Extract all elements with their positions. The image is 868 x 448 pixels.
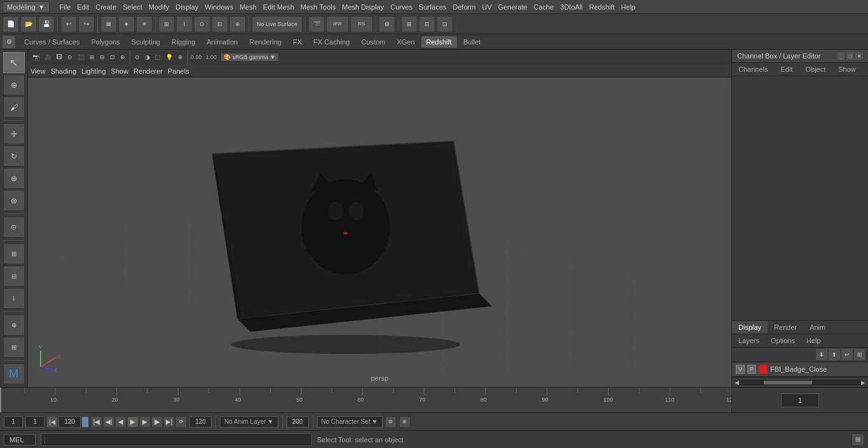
select-tool-btn[interactable]: ↖ — [3, 52, 25, 73]
window-layout-2-btn[interactable]: ⊟ — [419, 16, 435, 32]
scrollbar-track[interactable] — [739, 380, 861, 385]
menu-item-edit[interactable]: Edit — [74, 2, 92, 12]
snap-grid-btn[interactable]: ⊞ — [158, 16, 175, 32]
vp-smooth-btn[interactable]: ⊟ — [98, 53, 107, 61]
scroll-right-btn[interactable]: ▶ — [861, 379, 865, 386]
vp-isolate-btn[interactable]: ⊙ — [65, 53, 74, 61]
vp-camera2-btn[interactable]: 🎥 — [43, 53, 53, 61]
snap-view-plane-btn[interactable]: ⊟ — [212, 16, 228, 32]
maya-logo-btn[interactable]: M — [3, 363, 25, 384]
menu-item-mesh-tools[interactable]: Mesh Tools — [298, 2, 338, 12]
tab-render[interactable]: Render — [768, 321, 803, 334]
tab-bullet[interactable]: Bullet — [458, 36, 486, 48]
vp-camera-btn[interactable]: 📷 — [31, 53, 41, 61]
menu-item-display[interactable]: Display — [173, 2, 201, 12]
rotate-tool-btn[interactable]: ↻ — [3, 146, 25, 166]
tab-show-ch[interactable]: Show — [832, 63, 862, 76]
tab-polygons[interactable]: Polygons — [86, 36, 125, 48]
layer-color-swatch[interactable] — [759, 365, 768, 374]
grid-display-btn[interactable]: ⊟ — [3, 266, 25, 287]
show-manipulator-btn[interactable]: ⊛ — [379, 16, 395, 32]
menu-item-modify[interactable]: Modify — [146, 2, 172, 12]
viewport[interactable]: 📷 🎥 🎞 ⊙ ⬛ ⊞ ⊟ ⊡ ⊛ ⊙ ◑ ⬚ 💡 ⊕ — [28, 50, 731, 387]
universal-manip-btn[interactable]: ⊛ — [3, 190, 25, 211]
subtab-options[interactable]: Options — [766, 336, 800, 346]
lasso-select-btn[interactable]: ⊕ — [136, 16, 153, 32]
vp-shaded-btn[interactable]: ◑ — [143, 53, 152, 61]
panel-close-btn[interactable]: ✕ — [855, 52, 863, 60]
anim-settings-btn[interactable]: ⊕ — [399, 416, 410, 428]
menu-item-generate[interactable]: Generate — [496, 2, 530, 12]
layer-icon-3[interactable]: ↩ — [841, 349, 853, 360]
vpm-show[interactable]: Show — [111, 67, 129, 75]
scale-tool-btn[interactable]: ⊕ — [3, 168, 25, 189]
vp-light-btn[interactable]: 💡 — [164, 53, 175, 61]
tab-display[interactable]: Display — [732, 321, 768, 334]
playback-settings-btn[interactable]: ⚙ — [385, 416, 397, 428]
vp-show-all-btn[interactable]: ⊛ — [118, 53, 127, 61]
range-slider-handle[interactable] — [82, 417, 88, 427]
new-scene-btn[interactable]: 📄 — [3, 16, 19, 32]
vp-texture-btn[interactable]: ⬚ — [153, 53, 163, 61]
layer-playback-check[interactable]: P — [747, 365, 756, 374]
anim-layer-btn[interactable]: No Anim Layer ▼ — [220, 416, 278, 428]
layer-visibility-check[interactable]: V — [736, 365, 745, 374]
window-layout-3-btn[interactable]: ⊡ — [437, 16, 453, 32]
scrollbar-thumb[interactable] — [764, 381, 812, 384]
menu-item-uv[interactable]: UV — [480, 2, 494, 12]
go-to-start-btn[interactable]: |◀ — [91, 416, 102, 428]
next-frame-btn[interactable]: ▶ — [139, 416, 151, 428]
panel-minimize-btn[interactable]: _ — [837, 52, 845, 60]
tab-redshift[interactable]: Redshift — [421, 36, 457, 48]
subtab-help[interactable]: Help — [801, 336, 826, 346]
menu-item-mesh-display[interactable]: Mesh Display — [339, 2, 386, 12]
snap-btn-2[interactable]: ⊕ — [3, 315, 25, 336]
window-layout-btn[interactable]: ⊞ — [401, 16, 417, 32]
vp-sphere-btn[interactable]: ⊙ — [133, 53, 142, 61]
undo-btn[interactable]: ↩ — [60, 16, 77, 32]
command-line[interactable]: | — [41, 433, 312, 446]
menu-item-create[interactable]: Create — [93, 2, 119, 12]
tab-anim[interactable]: Anim — [803, 321, 832, 334]
snap-curve-btn[interactable]: ⌇ — [176, 16, 193, 32]
go-to-end-btn[interactable]: ▶| — [163, 416, 175, 428]
layer-icon-2[interactable]: ⬆ — [829, 349, 840, 360]
tab-animation[interactable]: Animation — [201, 36, 243, 48]
tab-custom[interactable]: Custom — [356, 36, 391, 48]
menu-item-mesh[interactable]: Mesh — [237, 2, 259, 12]
display-mode-btn[interactable]: ⊞ — [3, 243, 25, 264]
frame-start-input[interactable] — [4, 416, 23, 428]
workspace-settings-btn[interactable]: ⚙ — [3, 36, 15, 48]
tab-curves-surfaces[interactable]: Curves / Surfaces — [19, 36, 85, 48]
prev-key-btn[interactable]: ◀| — [103, 416, 114, 428]
menu-item-deform[interactable]: Deform — [451, 2, 478, 12]
vp-grid-btn[interactable]: ⊡ — [108, 53, 117, 61]
timeline-ruler[interactable] — [0, 388, 731, 412]
paint-select-btn[interactable]: 🖌 — [3, 97, 25, 118]
layer-icon-1[interactable]: ⬇ — [816, 349, 827, 360]
scroll-left-btn[interactable]: ◀ — [735, 379, 739, 386]
menu-item-windows[interactable]: Windows — [202, 2, 236, 12]
menu-item-select[interactable]: Select — [120, 2, 145, 12]
vp-wireframe-btn[interactable]: ⊞ — [88, 53, 97, 61]
vpm-view[interactable]: View — [31, 67, 46, 75]
vpm-renderer[interactable]: Renderer — [133, 67, 163, 75]
loop-btn[interactable]: ⟳ — [175, 416, 187, 428]
frame-current-input[interactable] — [25, 416, 44, 428]
menu-item-curves[interactable]: Curves — [388, 2, 415, 12]
redshift-ipr-btn[interactable]: RS — [350, 16, 373, 32]
menu-item-cache[interactable]: Cache — [531, 2, 557, 12]
vpm-lighting[interactable]: Lighting — [81, 67, 106, 75]
snap-live-btn[interactable]: ⊕ — [229, 16, 246, 32]
timeline-canvas[interactable] — [0, 388, 731, 412]
frame-end-range-input[interactable] — [189, 416, 212, 428]
vpm-shading[interactable]: Shading — [51, 67, 76, 75]
no-live-surface-btn[interactable]: No Live Surface — [252, 16, 302, 32]
next-key-btn[interactable]: |▶ — [151, 416, 163, 428]
vp-film-btn[interactable]: 🎞 — [55, 53, 64, 61]
vpm-panels[interactable]: Panels — [168, 67, 189, 75]
color-space-btn[interactable]: 🎨 sRGB gamma ▼ — [220, 53, 278, 62]
vp-xray-btn[interactable]: ⬛ — [76, 53, 86, 61]
menu-item-help[interactable]: Help — [618, 2, 638, 12]
tab-edit-ch[interactable]: Edit — [774, 63, 799, 76]
